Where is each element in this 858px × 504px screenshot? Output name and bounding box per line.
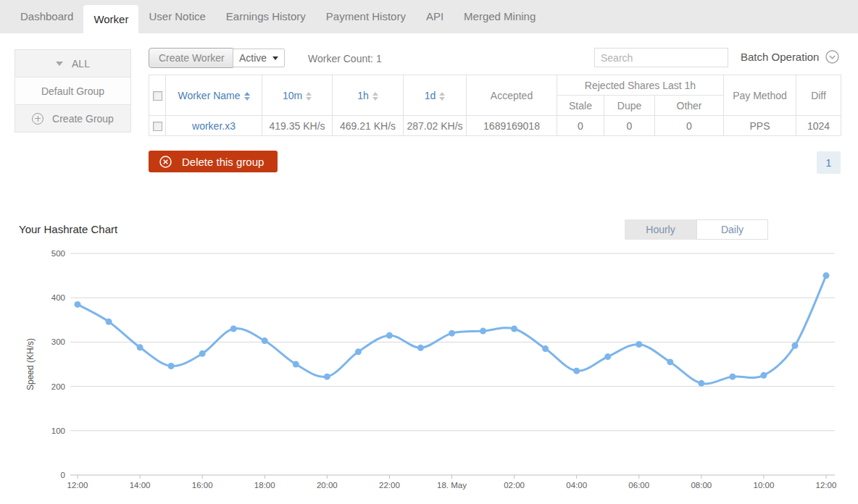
data-point-marker[interactable] — [573, 368, 580, 374]
toggle-hourly-button[interactable]: Hourly — [625, 219, 696, 240]
col-header-pay-method: Pay Method — [724, 75, 796, 116]
col-header-1d[interactable]: 1d — [404, 75, 467, 116]
diff-value: 1024 — [796, 116, 841, 136]
sort-icon — [439, 92, 445, 101]
tab-earnings-history[interactable]: Earnings History — [216, 0, 316, 33]
delete-group-button[interactable]: Delete this group — [149, 151, 278, 172]
search-box — [594, 48, 728, 67]
data-point-marker[interactable] — [604, 353, 611, 360]
pay-method-value: PPS — [724, 116, 796, 136]
x-axis-tick-label: 16:00 — [192, 481, 213, 490]
y-axis-title: Speed (KH/s) — [25, 338, 36, 390]
y-axis-tick-label: 100 — [51, 427, 65, 435]
search-input[interactable] — [595, 52, 738, 64]
data-point-marker[interactable] — [324, 374, 330, 380]
tab-user-notice[interactable]: User Notice — [138, 0, 215, 33]
stale-value: 0 — [557, 116, 604, 136]
col-header-10m[interactable]: 10m — [262, 75, 333, 116]
sort-icon — [372, 92, 378, 101]
speed-1h-value: 469.21 KH/s — [333, 116, 404, 136]
y-axis-tick-label: 0 — [61, 471, 65, 479]
x-axis-tick-label: 02:00 — [504, 481, 525, 490]
col-header-accepted: Accepted — [467, 75, 557, 116]
group-all-label: ALL — [72, 58, 90, 70]
tab-worker[interactable]: Worker — [83, 5, 138, 33]
data-point-marker[interactable] — [417, 345, 424, 351]
x-axis-tick-label: 14:00 — [130, 481, 151, 490]
data-point-marker[interactable] — [698, 380, 704, 387]
data-point-marker[interactable] — [75, 301, 81, 308]
data-point-marker[interactable] — [636, 341, 642, 348]
chevron-down-icon — [56, 62, 63, 66]
data-point-marker[interactable] — [667, 358, 673, 365]
toggle-daily-button[interactable]: Daily — [696, 219, 768, 240]
speed-1d-value: 287.02 KH/s — [404, 116, 467, 136]
data-point-marker[interactable] — [230, 326, 237, 332]
data-point-marker[interactable] — [293, 361, 299, 368]
accepted-value: 1689169018 — [467, 116, 557, 136]
data-point-marker[interactable] — [449, 330, 455, 337]
x-axis-tick-label: 20:00 — [317, 481, 338, 490]
data-point-marker[interactable] — [511, 326, 517, 332]
create-worker-button[interactable]: Create Worker — [149, 48, 235, 68]
y-axis-tick-label: 400 — [51, 293, 65, 302]
data-point-marker[interactable] — [168, 363, 175, 369]
worker-status-select[interactable]: Active — [233, 49, 285, 67]
data-point-marker[interactable] — [542, 345, 549, 352]
top-nav: Dashboard Worker User Notice Earnings Hi… — [0, 0, 858, 33]
col-header-worker-name[interactable]: Worker Name — [166, 75, 262, 116]
group-filter-all[interactable]: ALL — [14, 49, 131, 77]
row-select-cell — [149, 116, 166, 136]
pagination-page-1[interactable]: 1 — [817, 151, 841, 174]
hashrate-series-line — [78, 276, 826, 384]
col-header-stale: Stale — [557, 96, 604, 116]
col-header-diff: Diff — [796, 75, 841, 116]
data-point-marker[interactable] — [823, 272, 830, 279]
tab-merged-mining[interactable]: Merged Mining — [454, 0, 546, 33]
tab-api[interactable]: API — [416, 0, 454, 33]
row-checkbox[interactable] — [153, 122, 162, 131]
chevron-down-circle-icon — [825, 50, 839, 64]
tab-payment-history[interactable]: Payment History — [316, 0, 416, 33]
col-header-rejected-group: Rejected Shares Last 1h — [557, 75, 724, 96]
data-point-marker[interactable] — [386, 332, 393, 339]
data-point-marker[interactable] — [760, 372, 767, 379]
data-point-marker[interactable] — [355, 348, 362, 355]
tab-dashboard[interactable]: Dashboard — [10, 0, 83, 33]
dupe-value: 0 — [604, 116, 655, 136]
sort-icon — [244, 92, 250, 101]
data-point-marker[interactable] — [262, 337, 268, 344]
group-sidebar: ALL Default Group Create Group — [14, 49, 131, 133]
data-point-marker[interactable] — [480, 328, 486, 335]
select-all-checkbox[interactable] — [153, 91, 162, 101]
x-axis-tick-label: 04:00 — [566, 481, 587, 490]
data-point-marker[interactable] — [199, 350, 206, 357]
x-axis-tick-label: 08:00 — [691, 481, 712, 490]
col-header-dupe: Dupe — [604, 96, 655, 116]
y-axis-tick-label: 300 — [51, 337, 65, 346]
x-axis-tick-label: 12:00 — [816, 481, 837, 490]
select-all-cell — [149, 75, 166, 116]
group-item-default[interactable]: Default Group — [14, 77, 131, 105]
table-row: worker.x3 419.35 KH/s 469.21 KH/s 287.02… — [149, 116, 841, 136]
worker-name-header-label: Worker Name — [178, 90, 240, 101]
create-group-button[interactable]: Create Group — [14, 104, 131, 133]
col-1h-label: 1h — [357, 90, 369, 101]
data-point-marker[interactable] — [137, 344, 143, 350]
worker-table: Worker Name 10m 1h 1d Accepted Rejected … — [149, 75, 841, 136]
data-point-marker[interactable] — [106, 319, 112, 325]
x-axis-tick-label: 06:00 — [628, 481, 649, 490]
hashrate-chart: 010020030040050012:0014:0016:0018:0020:0… — [0, 246, 858, 501]
speed-10m-value: 419.35 KH/s — [262, 116, 333, 136]
x-axis-tick-label: 22:00 — [379, 481, 400, 490]
col-header-1h[interactable]: 1h — [333, 75, 404, 116]
data-point-marker[interactable] — [791, 343, 798, 349]
worker-count-label: Worker Count: 1 — [308, 53, 382, 64]
batch-operation-button[interactable]: Batch Operation — [741, 50, 839, 64]
y-axis-tick-label: 500 — [51, 249, 65, 258]
worker-name-link[interactable]: worker.x3 — [166, 116, 262, 136]
worker-dashboard-page: Dashboard Worker User Notice Earnings Hi… — [0, 0, 858, 504]
data-point-marker[interactable] — [729, 374, 736, 380]
col-header-other: Other — [655, 96, 724, 116]
worker-status-value: Active — [239, 52, 267, 64]
